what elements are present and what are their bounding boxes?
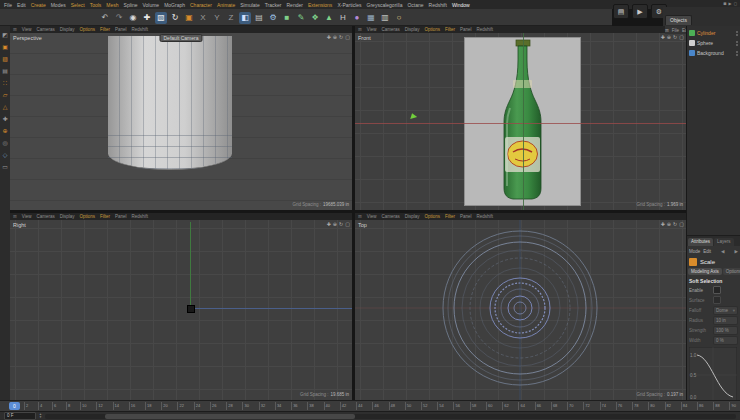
pan-view-icon[interactable]: ✚ [327,221,331,227]
viewport-menu-item[interactable]: Display [60,27,75,32]
tool-subtab[interactable]: Modeling Axis [688,268,722,275]
menu-item[interactable]: Render [287,2,303,8]
deformer-icon[interactable]: ▲ [323,12,335,24]
viewport-menu-item[interactable]: Redshift [132,214,149,219]
undo-icon[interactable]: ↶ [99,12,111,24]
viewport-menu-item[interactable]: Filter [100,214,110,219]
mode-value[interactable]: Edit [703,249,711,254]
pan-view-icon[interactable]: ✚ [661,34,665,40]
camera-selector[interactable]: Default Camera [159,34,202,42]
rotate-view-icon[interactable]: ↻ [339,221,343,227]
render-settings-icon[interactable]: ⚙ [267,12,279,24]
viewport-menu-item[interactable]: Display [405,27,420,32]
zoom-view-icon[interactable]: ⊕ [667,221,671,227]
render-view-button[interactable]: ▤ [613,4,629,19]
points-mode-icon[interactable]: ∷ [1,79,9,87]
viewport-right[interactable]: ⊞ ViewCamerasDisplayOptionsFilterPanelRe… [10,213,352,400]
viewport-canvas-perspective[interactable]: Default Camera Perspective ✚⊕↻▢ Grid Spa… [10,33,352,210]
cylinder-mesh[interactable] [108,36,232,170]
snap-icon[interactable]: ◇ [1,151,9,159]
viewport-menu-item[interactable]: Redshift [132,27,149,32]
model-mode-icon[interactable]: ▣ [1,43,9,51]
primitive-cube-icon[interactable]: ■ [281,12,293,24]
viewport-menu-item[interactable]: Options [80,27,96,32]
menu-item[interactable]: Simulate [240,2,259,8]
last-used-tool-icon[interactable]: ▣ [183,12,195,24]
texture-mode-icon[interactable]: ▨ [1,55,9,63]
live-selection-icon[interactable]: ◉ [127,12,139,24]
timeline-ruler[interactable]: 0 02468101214161820222426283032343638404… [0,400,740,411]
viewport-menu-item[interactable]: Redshift [477,27,494,32]
make-editable-icon[interactable]: ◩ [1,31,9,39]
viewport-menu-item[interactable]: View [367,214,377,219]
move-icon[interactable]: ✚ [141,12,153,24]
menu-item[interactable]: Character [190,2,212,8]
viewport-menu-item[interactable]: Filter [445,27,455,32]
menu-item[interactable]: Window [452,2,470,8]
toggle-view-icon[interactable]: ▢ [345,34,350,40]
viewport-menu-item[interactable]: View [367,27,377,32]
viewport-menu-item[interactable]: Cameras [381,27,399,32]
volume-icon[interactable]: ● [351,12,363,24]
attributes-tab[interactable]: Layers [714,238,734,246]
play-layout-icon[interactable]: ▶ [729,1,732,6]
pan-view-icon[interactable]: ✚ [327,34,331,40]
timeline-range-slider[interactable] [45,414,736,419]
menu-item[interactable]: Octane [407,2,423,8]
enable-checkbox[interactable] [713,286,721,294]
viewport-canvas-top[interactable]: Top ✚⊕↻▢ Grid Spacing :0.197 in [355,220,686,400]
viewport-top[interactable]: ⊞ ViewCamerasDisplayOptionsFilterPanelRe… [355,213,686,400]
render-picture-viewer-button[interactable]: ▶ [632,4,648,19]
viewport-grid-icon[interactable]: ⊞ [358,214,362,219]
viewport-grid-icon[interactable]: ⊞ [358,27,362,32]
object-item-cylinder[interactable]: Cylinder [687,28,740,38]
viewport-menu-item[interactable]: Redshift [477,214,494,219]
objects-menu-item[interactable]: File [672,28,679,33]
viewport-canvas-right[interactable]: Right ✚⊕↻▢ Grid Spacing :19.685 in [10,220,352,400]
zoom-view-icon[interactable]: ⊕ [333,34,337,40]
object-item-background[interactable]: Background [687,48,740,58]
menu-item[interactable]: Select [71,2,85,8]
object-item-sphere[interactable]: Sphere [687,38,740,48]
visibility-dots[interactable] [736,31,738,36]
zoom-view-icon[interactable]: ⊕ [333,221,337,227]
hair-icon[interactable]: H [337,12,349,24]
viewport-menu-item[interactable]: Cameras [36,214,54,219]
falloff-curve[interactable]: 1.0 0.5 0.0 [689,347,738,404]
attributes-tab[interactable]: Attributes [688,238,713,246]
x-axis-lock-icon[interactable]: X [197,12,209,24]
viewport-menu-item[interactable]: View [22,214,32,219]
workplane-mode-icon[interactable]: ▤ [1,67,9,75]
coordinate-system-icon[interactable]: ◧ [239,12,251,24]
menu-item[interactable]: Animate [217,2,235,8]
camera-icon[interactable]: ▥ [379,12,391,24]
viewport-front[interactable]: ⊞ ViewCamerasDisplayOptionsFilterPanelRe… [355,26,686,210]
viewport-menu-item[interactable]: View [22,27,32,32]
spline-pen-icon[interactable]: ✎ [295,12,307,24]
radius-input[interactable]: 10 in [713,316,738,325]
viewport-menu-item[interactable]: Display [405,214,420,219]
tweak-mode-icon[interactable]: ✚ [1,115,9,123]
viewport-menu-item[interactable]: Options [425,214,441,219]
workplane-icon[interactable]: ▭ [1,163,9,171]
mograph-icon[interactable]: ❖ [309,12,321,24]
toggle-view-icon[interactable]: ▢ [345,221,350,227]
viewport-menu-item[interactable]: Filter [445,214,455,219]
surface-checkbox[interactable] [713,296,721,304]
layout-switch-icon[interactable]: ◼ [723,1,726,6]
toggle-view-icon[interactable]: ▢ [679,34,684,40]
menu-item[interactable]: Edit [17,2,26,8]
menu-item[interactable]: Redshift [429,2,447,8]
visibility-dots[interactable] [736,51,738,56]
visibility-dots[interactable] [736,41,738,46]
menu-item[interactable]: Modes [51,2,66,8]
object-edge-on[interactable] [187,305,195,313]
menu-item[interactable]: Spline [124,2,138,8]
next-icon[interactable]: ▶ [735,249,738,254]
polygons-mode-icon[interactable]: △ [1,103,9,111]
viewport-menu-item[interactable]: Panel [115,214,127,219]
toggle-view-icon[interactable]: ▢ [679,221,684,227]
rotate-view-icon[interactable]: ↻ [673,221,677,227]
y-axis-lock-icon[interactable]: Y [211,12,223,24]
strength-input[interactable]: 100 % [713,326,738,335]
